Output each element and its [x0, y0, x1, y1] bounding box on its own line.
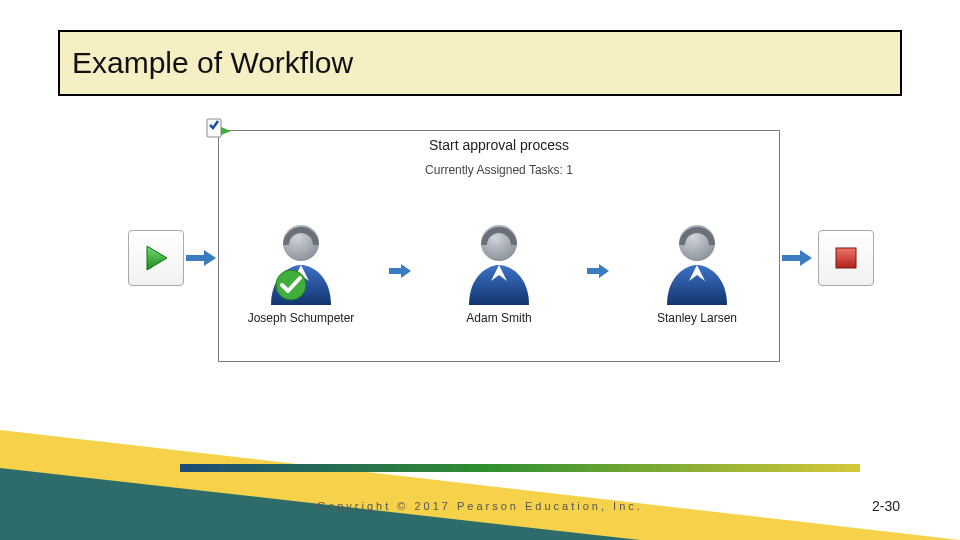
copyright-text: Copyright © 2017 Pearson Education, Inc. [0, 500, 960, 512]
slide-title: Example of Workflow [72, 46, 353, 80]
start-node [128, 230, 184, 286]
stop-icon [833, 245, 859, 271]
arrow-right-icon [587, 263, 609, 279]
footer-rule [180, 464, 860, 472]
person-icon [261, 217, 341, 307]
svg-marker-10 [782, 250, 812, 266]
approvers-row: Joseph Schumpeter Adam Smith [219, 191, 779, 351]
arrow-right-icon [782, 248, 812, 268]
page-number: 2-30 [872, 498, 900, 514]
svg-marker-3 [221, 127, 231, 135]
footer-decor [0, 430, 960, 540]
svg-marker-6 [389, 264, 411, 278]
approver-0: Joseph Schumpeter [231, 217, 371, 325]
slide-title-bar: Example of Workflow [58, 30, 902, 96]
approver-name: Adam Smith [466, 311, 531, 325]
person-icon [459, 217, 539, 307]
approver-1: Adam Smith [429, 217, 569, 325]
approval-box-subtitle: Currently Assigned Tasks: 1 [219, 163, 779, 177]
approval-box-title: Start approval process [219, 137, 779, 153]
arrow-right-icon [389, 263, 411, 279]
workflow-diagram: Start approval process Currently Assigne… [58, 120, 902, 400]
arrow-right-icon [186, 248, 216, 268]
svg-rect-11 [836, 248, 856, 268]
arrow-between-0-1 [389, 263, 411, 279]
approver-2: Stanley Larsen [627, 217, 767, 325]
approval-process-box: Start approval process Currently Assigne… [218, 130, 780, 362]
arrow-between-1-2 [587, 263, 609, 279]
play-icon [141, 243, 171, 273]
approver-name: Joseph Schumpeter [248, 311, 355, 325]
arrow-start-to-box [186, 248, 216, 268]
stop-node [818, 230, 874, 286]
arrow-box-to-stop [782, 248, 812, 268]
svg-marker-0 [147, 246, 167, 270]
person-icon [657, 217, 737, 307]
approver-name: Stanley Larsen [657, 311, 737, 325]
svg-marker-8 [587, 264, 609, 278]
svg-marker-1 [186, 250, 216, 266]
